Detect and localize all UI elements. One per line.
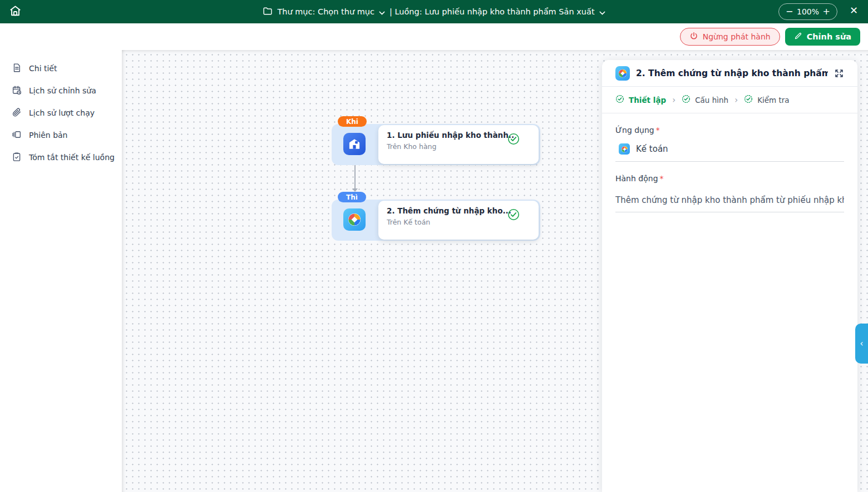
expand-icon[interactable]: [834, 68, 844, 78]
zoom-in-button[interactable]: +: [823, 7, 830, 16]
close-button[interactable]: ✕: [850, 4, 858, 16]
app-select[interactable]: Kế toán: [615, 142, 844, 162]
step-detail-panel: 2. Thêm chứng từ nhập kho thành phẩm từ.…: [602, 60, 857, 492]
app-field: Ứng dụng* Kế toán: [615, 126, 844, 162]
pencil-icon: [794, 32, 802, 42]
panel-title: 2. Thêm chứng từ nhập kho thành phẩm từ.…: [636, 68, 828, 78]
tab-setup[interactable]: Thiết lập: [615, 95, 666, 105]
flow-selector[interactable]: | Luồng: Lưu phiếu nhập kho thành phẩm S…: [389, 7, 605, 17]
sidebar-item-details[interactable]: Chi tiết: [0, 57, 122, 79]
panel-header: 2. Thêm chứng từ nhập kho thành phẩm từ.…: [602, 60, 857, 87]
app-value: Kế toán: [636, 144, 668, 154]
step-title: 2. Thêm chứng từ nhập kho...: [387, 206, 514, 215]
app-header: Thư mục: Chọn thư mục | Luồng: Lưu phiếu…: [0, 0, 868, 23]
check-circle-icon: [507, 133, 520, 147]
paperclip-icon: [12, 107, 22, 119]
check-circle-icon: [507, 208, 520, 223]
required-marker: *: [660, 174, 664, 183]
chevron-right-icon: ›: [672, 95, 675, 105]
folder-selector[interactable]: Thư mục: Chọn thư mục: [263, 7, 385, 17]
folder-label: Thư mục: Chọn thư mục: [277, 7, 374, 16]
versions-icon: [12, 130, 22, 141]
check-circle-icon: [682, 95, 691, 105]
panel-collapse-tab[interactable]: ‹: [855, 324, 868, 364]
warehouse-app-icon: [343, 133, 366, 155]
stop-publish-button[interactable]: Ngừng phát hành: [680, 28, 780, 46]
zoom-control: − 100% +: [778, 3, 837, 20]
when-badge: Khi: [338, 116, 367, 127]
accounting-app-icon: [615, 66, 630, 81]
step-subtitle: Trên Kho hàng: [387, 142, 514, 151]
flow-node-action[interactable]: Thì 2. Thêm chứng từ nhập kho... Trên Kế…: [332, 200, 540, 241]
app-field-label: Ứng dụng*: [615, 126, 844, 135]
toolbar: Ngừng phát hành Chỉnh sửa: [0, 23, 868, 50]
trigger-step-card[interactable]: 1. Lưu phiếu nhập kho thành... Trên Kho …: [378, 125, 539, 164]
check-circle-icon: [744, 95, 753, 105]
node-connector-line: [354, 165, 356, 190]
action-field: Hành động* Thêm chứng từ nhập kho thành …: [615, 174, 844, 212]
then-badge: Thì: [338, 192, 366, 202]
chevron-right-icon: ›: [734, 95, 738, 105]
flow-label: | Luồng: Lưu phiếu nhập kho thành phẩm S…: [389, 7, 595, 16]
chevron-left-icon: ‹: [860, 339, 864, 349]
action-select[interactable]: Thêm chứng từ nhập kho thành phẩm từ phi…: [615, 191, 844, 212]
action-step-card[interactable]: 2. Thêm chứng từ nhập kho... Trên Kế toá…: [378, 201, 539, 240]
chevron-down-icon: [599, 8, 605, 17]
step-title: 1. Lưu phiếu nhập kho thành...: [387, 131, 514, 140]
document-icon: [12, 63, 22, 74]
edit-button[interactable]: Chỉnh sửa: [785, 28, 860, 46]
accounting-app-icon: [343, 208, 366, 231]
tab-test[interactable]: Kiểm tra: [744, 95, 789, 105]
accounting-app-icon: [619, 143, 630, 155]
sidebar-item-flow-summary[interactable]: Tóm tắt thiết kế luồng: [0, 146, 122, 168]
check-circle-icon: [615, 95, 624, 105]
flow-node-trigger[interactable]: Khi 1. Lưu phiếu nhập kho thành... Trên …: [332, 124, 540, 165]
sidebar: Chi tiết Lịch sử chỉnh sửa Lịch sử lượt …: [0, 50, 122, 492]
sidebar-item-versions[interactable]: Phiên bản: [0, 124, 122, 146]
sidebar-item-run-history[interactable]: Lịch sử lượt chạy: [0, 102, 122, 124]
zoom-out-button[interactable]: −: [786, 7, 793, 16]
panel-stepper: Thiết lập › Cấu hình › Kiểm tra: [602, 87, 857, 113]
zoom-level: 100%: [797, 7, 819, 16]
required-marker: *: [656, 126, 660, 135]
clipboard-check-icon: [12, 152, 22, 163]
folder-icon: [263, 7, 273, 17]
sidebar-item-edit-history[interactable]: Lịch sử chỉnh sửa: [0, 79, 122, 102]
power-icon: [689, 32, 698, 42]
chevron-down-icon: [379, 8, 385, 17]
action-field-label: Hành động*: [615, 174, 844, 183]
calendar-clock-icon: [12, 85, 22, 97]
step-subtitle: Trên Kế toán: [387, 218, 514, 226]
tab-configure[interactable]: Cấu hình: [682, 95, 728, 105]
